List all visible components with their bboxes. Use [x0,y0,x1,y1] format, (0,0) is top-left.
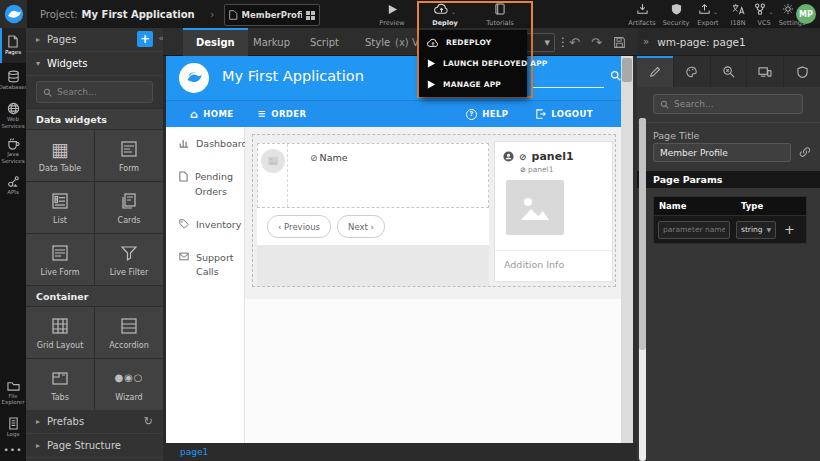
left-icon-rail: Pages Databases Web Services Java Servic… [0,28,26,461]
nav-item-order[interactable]: ≡ ORDER [258,109,307,119]
nav-item-home[interactable]: ⌂ HOME [190,109,234,120]
parameter-type-select[interactable]: string ▼ [736,221,776,239]
add-parameter-button[interactable]: + [784,222,795,237]
canvas-scrollbar-thumb[interactable] [622,58,632,82]
search-x-icon [722,65,735,78]
properties-search-input[interactable]: Search... [653,94,803,114]
rail-item-apis[interactable]: APIs [0,168,26,203]
tab-events[interactable] [711,56,748,87]
preview-button[interactable]: Preview [372,2,412,27]
add-page-button[interactable]: + [137,31,153,47]
tutorials-button[interactable]: Tutorials [480,2,520,27]
tab-markup[interactable]: Markup [240,28,303,56]
accordion-icon [120,315,138,337]
app-search-input[interactable] [532,87,604,88]
save-icon[interactable] [613,28,626,56]
page-structure-section-header[interactable]: ▸ Page Structure [26,434,163,458]
page-title-input[interactable] [653,143,791,162]
nav-label: ORDER [271,109,306,119]
pages-icon [7,35,19,48]
tab-security[interactable] [784,56,820,87]
widget-tile-wizard[interactable]: ●◉○ Wizard [95,359,163,410]
menu-item-manage-app[interactable]: MANAGE APP [419,80,527,89]
previous-button[interactable]: ‹ Previous [267,215,331,238]
app-search-icon[interactable] [610,70,621,81]
wavemaker-logo[interactable] [0,0,27,28]
sidenav-item-inventory[interactable]: Inventory [166,208,244,241]
panel-scrollbar-thumb[interactable] [639,118,646,350]
sidenav-item-support-calls[interactable]: Support Calls [166,241,244,289]
dashboard-chart-icon [179,138,189,148]
avatar-placeholder [261,149,285,173]
expand-panel-icon[interactable]: » [643,36,649,47]
layout-grid-icon[interactable] [306,11,315,20]
bind-link-icon[interactable] [799,146,811,158]
image-placeholder[interactable] [506,180,564,235]
user-avatar[interactable]: MP [796,4,816,24]
breadcrumb-chevron-icon: › [210,0,214,28]
page-tab-page1[interactable]: page1 [180,447,208,457]
open-file-tab[interactable]: MemberProfile [224,4,320,26]
rail-item-file-explorer[interactable]: File Explorer [0,375,26,410]
widgets-section-header[interactable]: ▾ Widgets [26,52,163,76]
more-options-icon[interactable]: ••• [0,445,26,455]
widget-tile-list[interactable]: List [26,182,94,233]
deploy-button[interactable]: ⌄ Deploy [425,2,465,27]
widget-tile-grid-layout[interactable]: Grid Layout [26,307,94,358]
tab-script[interactable]: Script [297,28,352,56]
nav-label: HOME [203,109,233,119]
nav-item-logout[interactable]: LOGOUT [536,109,593,120]
widget-tile-accordion[interactable]: Accordion [95,307,163,358]
menu-item-launch-deployed-app[interactable]: LAUNCH DEPLOYED APP [419,59,527,68]
menu-item-label: MANAGE APP [443,80,501,89]
widget-tile-live-filter[interactable]: Live Filter [95,234,163,285]
rail-item-web-services[interactable]: Web Services [0,98,26,133]
canvas-scrollbar[interactable] [621,56,633,443]
prefabs-section-header[interactable]: ▸ Prefabs ↻ [26,410,163,434]
next-button[interactable]: Next › [337,215,385,238]
widget-tile-data-table[interactable]: ▦ Data Table [26,130,94,181]
data-table-icon: ▦ [51,138,69,160]
redo-icon[interactable]: ↷ [591,28,602,56]
widget-tile-cards[interactable]: Cards [95,182,163,233]
sidenav-item-dashboard[interactable]: Dashboard [166,127,244,160]
widget-search-input[interactable]: Search... [36,81,153,103]
preview-play-icon [387,2,398,15]
undo-icon[interactable]: ↶ [569,28,580,56]
tab-properties[interactable] [637,56,674,87]
widget-container[interactable]: ⊘ Name ‹ Previous Next › ⊘ panel1 [252,134,616,287]
tab-design[interactable]: Design [183,28,248,56]
pages-section-header[interactable]: ▸ Pages + « [26,28,163,52]
field-label: Name [320,152,348,163]
app-header[interactable]: My First Application [166,56,621,100]
parameter-name-input[interactable] [658,221,730,239]
tab-styles[interactable] [674,56,711,87]
rail-label: Databases [0,84,28,90]
widget-tile-live-form[interactable]: Live Form [26,234,94,285]
menu-item-redeploy[interactable]: REDEPLOY [419,38,527,48]
canvas-page[interactable]: My First Application ⌂ HOME ≡ ORDER ? HE… [166,56,621,443]
list-field-name[interactable]: ⊘ Name [310,152,348,163]
rail-item-java-services[interactable]: Java Services [0,133,26,168]
nav-item-help[interactable]: ? HELP [466,109,508,120]
rail-label: File Explorer [0,393,26,405]
kebab-menu-icon[interactable]: ⋮ [557,28,569,56]
type-value: string [741,225,763,234]
widget-tile-form[interactable]: Form [95,130,163,181]
panel-widget[interactable]: ⊘ panel1 ⊘ panel1 Addition Info [494,141,613,282]
panel-header[interactable]: ⊘ panel1 [503,150,574,163]
sidenav-item-pending-orders[interactable]: Pending Orders [166,160,244,208]
panel-scrollbar[interactable] [639,118,646,461]
no-binding-icon: ⊘ [520,166,526,174]
rail-item-databases[interactable]: Databases [0,63,26,98]
tab-devices[interactable] [747,56,784,87]
widget-tile-tabs[interactable]: Tabs [26,359,94,410]
rail-item-pages[interactable]: Pages [0,28,26,63]
artifacts-label: Artifacts [628,19,655,27]
page-params-table: Name Type string ▼ + [653,196,807,244]
list-widget[interactable]: ⊘ Name [257,143,489,208]
list-avatar-cell [258,144,288,207]
pagination-bar: ‹ Previous Next › [257,208,489,245]
rail-item-logs[interactable]: Logs [0,410,26,445]
refresh-icon[interactable]: ↻ [144,415,153,428]
